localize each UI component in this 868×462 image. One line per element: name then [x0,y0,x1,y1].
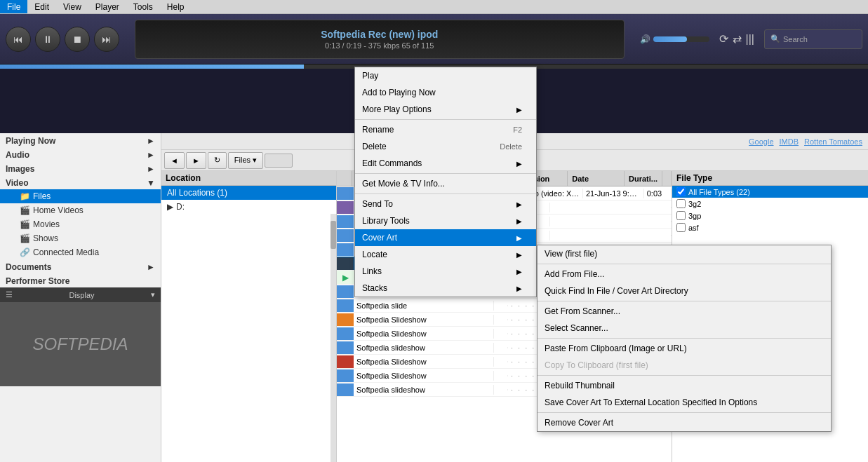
rotten-tomatoes-link[interactable]: Rotten Tomatoes [804,137,862,146]
search-label: Search [783,35,808,43]
ctx-send-to[interactable]: Send To ▶ [355,196,536,212]
sidebar-item-home-videos[interactable]: 🎬 Home Videos [0,203,161,217]
search-icon: 🔍 [770,34,780,43]
filter-item-all[interactable]: All File Types (22) [672,186,868,198]
sync2-icon[interactable]: ⇄ [733,32,742,46]
filter-item-3g2[interactable]: 3g2 [672,198,868,210]
audio-arrow: ► [147,150,155,160]
cover-art-save-cover-art[interactable]: Save Cover Art To External Location Spec… [538,394,831,411]
documents-arrow: ► [147,262,155,272]
menu-file[interactable]: File [0,0,27,13]
filter-checkbox-3gp[interactable] [676,211,686,220]
sidebar-category-documents[interactable]: Documents ► [0,259,161,273]
filter-item-3gp[interactable]: 3gp [672,210,868,222]
ctx-sep-2 [355,173,536,174]
cover-art-add-from-file[interactable]: Add From File... [538,266,831,283]
menu-edit[interactable]: Edit [27,0,56,13]
movies-label: Movies [33,219,60,229]
now-playing-title: Softpedia Rec (new) ipod [321,29,438,40]
ctx-get-movie-tv[interactable]: Get Movie & TV Info... [355,175,536,192]
view-toggle[interactable] [265,154,293,168]
menu-player[interactable]: Player [88,0,126,13]
bars-icon[interactable]: ||| [746,33,754,46]
sidebar-category-video[interactable]: Video ▼ [0,175,161,189]
col-duration[interactable]: Durati... [625,171,662,186]
ctx-library-tools[interactable]: Library Tools ▶ [355,212,536,229]
col-date[interactable]: Date [568,171,625,186]
menu-tools[interactable]: Tools [126,0,160,13]
row-name: Softpedia Slideshow [354,357,494,367]
files-dropdown[interactable]: Files ▾ [228,152,263,169]
ctx-more-play-options[interactable]: More Play Options ▶ [355,101,536,118]
ctx-stacks[interactable]: Stacks ▶ [355,280,536,297]
cover-art-quick-find[interactable]: Quick Find In File / Cover Art Directory [538,283,831,299]
sync1-icon[interactable]: ⟳ [719,32,728,46]
ctx-edit-commands[interactable]: Edit Commands ▶ [355,155,536,172]
sidebar-item-movies[interactable]: 🎬 Movies [0,217,161,231]
ctx-library-tools-label: Library Tools [362,216,410,226]
filter-checkbox-3g2[interactable] [676,199,686,208]
sidebar-category-playing-now[interactable]: Playing Now ► [0,133,161,147]
volume-slider[interactable] [653,36,709,42]
ctx-rename[interactable]: Rename F2 [355,121,536,138]
imdb-link[interactable]: IMDB [780,137,799,146]
sidebar-category-images[interactable]: Images ► [0,161,161,175]
play-pause-button[interactable]: ⏸ [35,27,60,52]
ctx-play-label: Play [362,71,378,81]
ctx-rename-label: Rename [362,125,394,135]
location-scrollbar-thumb[interactable] [330,221,336,249]
filter-item-asf[interactable]: asf [672,222,868,233]
sidebar-category-performer-store[interactable]: Performer Store [0,273,161,287]
ctx-cover-art[interactable]: Cover Art ▶ [355,229,536,246]
progress-bar-fill [0,64,304,69]
forward-button[interactable]: ⏭ [94,27,119,52]
filter-checkbox-all[interactable] [676,187,686,196]
google-link[interactable]: Google [749,137,773,146]
cover-art-rebuild-thumbnail[interactable]: Rebuild Thumbnail [538,377,831,394]
ctx-get-movie-label: Get Movie & TV Info... [362,179,445,189]
sidebar-item-connected-media[interactable]: 🔗 Connected Media [0,245,161,259]
row-thumb [337,341,354,354]
images-arrow: ► [147,164,155,174]
stop-button[interactable]: ⏹ [65,27,90,52]
row-duration: 0:03 [644,189,672,198]
cover-art-remove-label: Remove Cover Art [545,418,613,428]
ctx-stacks-arrow: ▶ [516,285,522,292]
video-arrow: ▼ [147,178,155,188]
row-flag [494,305,508,306]
forward-button-file[interactable]: ► [186,152,206,169]
ctx-locate[interactable]: Locate ▶ [355,246,536,263]
menu-view[interactable]: View [56,0,88,13]
sidebar: Playing Now ► Audio ► Images ► Video ▼ 📁… [0,133,161,462]
sidebar-item-shows[interactable]: 🎬 Shows [0,231,161,245]
cover-art-copy-clipboard[interactable]: Copy To Clipboard (first file) [538,357,831,374]
ctx-add-to-playing-now[interactable]: Add to Playing Now [355,84,536,101]
sidebar-category-audio[interactable]: Audio ► [0,147,161,161]
sidebar-item-files[interactable]: 📁 Files [0,189,161,203]
ctx-links-arrow: ▶ [516,268,522,276]
volume-area: 🔊 [640,34,709,44]
refresh-button[interactable]: ↻ [208,152,227,169]
rewind-button[interactable]: ⏮ [6,27,31,52]
cover-art-select-scanner[interactable]: Select Scanner... [538,320,831,337]
back-button[interactable]: ◄ [164,152,185,169]
cover-art-get-from-scanner[interactable]: Get From Scanner... [538,303,831,320]
ctx-edit-commands-label: Edit Commands [362,158,422,168]
video-label: Video [6,178,28,188]
row-thumb [337,257,354,270]
now-playing-display: Softpedia Rec (new) ipod 0:13 / 0:19 - 3… [135,20,625,59]
search-box[interactable]: 🔍 Search [764,29,862,49]
location-scrollbar[interactable] [330,214,336,462]
cover-art-view-first[interactable]: View (first file) [538,245,831,262]
connected-media-label: Connected Media [33,247,99,257]
ctx-delete[interactable]: Delete Delete [355,138,536,155]
cover-art-remove[interactable]: Remove Cover Art [538,414,831,431]
ctx-play[interactable]: Play [355,67,536,84]
ctx-links[interactable]: Links ▶ [355,263,536,280]
cover-art-paste-clipboard[interactable]: Paste From Clipboard (Image or URL) [538,340,831,357]
filter-checkbox-asf[interactable] [676,223,686,232]
display-label: Display [69,291,94,299]
location-item-all[interactable]: All Locations (1) [161,186,336,200]
location-item-d[interactable]: ▶ D: [161,200,336,214]
menu-help[interactable]: Help [160,0,192,13]
